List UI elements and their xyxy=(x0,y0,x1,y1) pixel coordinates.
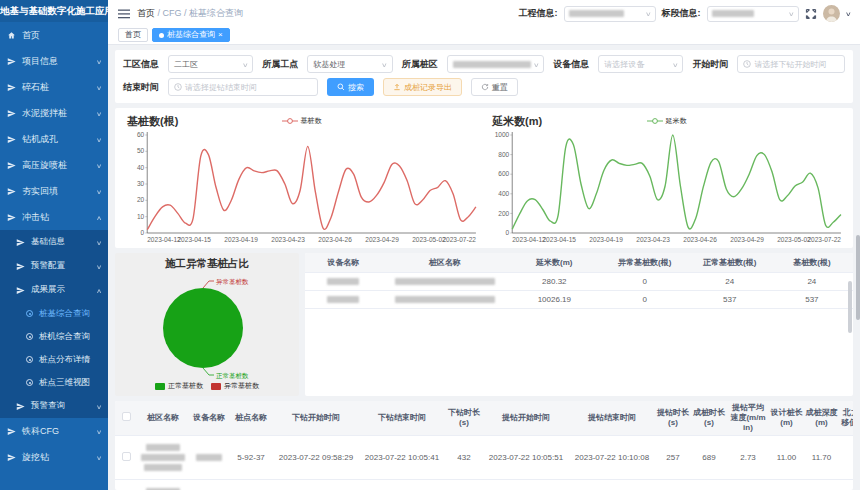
pie-label-normal: 正常基桩数 xyxy=(216,372,249,379)
sidebar-item-label: 预警查询 xyxy=(31,400,65,412)
breadcrumb-cfg[interactable]: CFG xyxy=(163,8,182,18)
svg-text:0: 0 xyxy=(506,229,510,236)
sidebar-item-label: 夯实回填 xyxy=(22,185,58,198)
select-all-checkbox[interactable] xyxy=(122,412,131,421)
device-placeholder: 请选择设备 xyxy=(604,59,644,70)
svg-text:0: 0 xyxy=(141,229,145,236)
sidebar-item-basic-info[interactable]: 基础信息 ∨ xyxy=(0,230,108,254)
detail-row: 5-92-37 2023-07-22 09:58:29 2023-07-22 1… xyxy=(115,436,853,480)
cell-pile-duration: 4801 xyxy=(691,480,727,490)
sidebar-item-compaction-backfill[interactable]: 夯实回填 ∨ xyxy=(0,178,108,204)
redacted-text xyxy=(395,278,495,285)
filter-panel: 工区信息 二工区 ∨ 所属工点 软基处理 ∨ 所属桩区 ∨ 设备信息 请选择设备 xyxy=(115,50,853,103)
tab-label: 首页 xyxy=(125,29,141,41)
sidebar-item-cement-mixing-pile[interactable]: 水泥搅拌桩 ∨ xyxy=(0,100,108,126)
tab-dot-icon xyxy=(159,33,164,38)
svg-text:60: 60 xyxy=(137,131,145,138)
svg-text:2023-05-02: 2023-05-02 xyxy=(412,236,446,243)
sidebar-item-gravel-pile[interactable]: 碎石桩 ∨ xyxy=(0,74,108,100)
cell-pile-depth: 11.70 xyxy=(804,436,839,480)
cell-drill-duration: 432 xyxy=(445,436,483,480)
col-drill-start: 下钻开始时间 xyxy=(273,401,359,436)
legend-item-normal[interactable]: 正常基桩数 xyxy=(155,381,203,391)
sidebar-item-label: 钻机成孔 xyxy=(22,133,58,146)
sidebar-item-rotary-drill[interactable]: 旋挖钻 ∨ xyxy=(0,444,108,470)
cell-lift-start: 2023-07-22 09:55:24 xyxy=(483,480,569,490)
sidebar-item-home[interactable]: 首页 xyxy=(0,22,108,48)
sidebar-item-alert-config[interactable]: 预警配置 ∨ xyxy=(0,254,108,278)
svg-text:1000: 1000 xyxy=(495,131,510,138)
row-checkbox[interactable] xyxy=(122,452,131,461)
summary-scrollbar[interactable] xyxy=(848,281,852,333)
sidebar-item-label: 首页 xyxy=(22,29,40,42)
start-time-input[interactable]: 请选择下钻开始时间 xyxy=(737,55,845,73)
cell-lift-end: 2023-07-22 10:10:08 xyxy=(569,436,655,480)
end-time-input[interactable]: 请选择提钻结束时间 xyxy=(168,78,318,96)
chevron-up-icon: ∧ xyxy=(96,287,102,294)
pie-callout-line-normal xyxy=(203,368,214,375)
cell-drill-duration: 2542 xyxy=(445,480,483,490)
sidebar-item-point-distribution[interactable]: 桩点分布详情 xyxy=(0,348,108,371)
cell-drill-end: 2023-07-22 09:55:04 xyxy=(359,480,445,490)
chevron-down-icon[interactable]: ∨ xyxy=(844,10,851,17)
legend-label: 异常基桩数 xyxy=(224,381,259,391)
chevron-down-icon: ∨ xyxy=(96,428,102,435)
menu-fold-icon[interactable] xyxy=(118,9,130,19)
sidebar-item-tieke-cfg[interactable]: 铁科CFG ∨ xyxy=(0,418,108,444)
workzone-select[interactable]: 二工区 ∨ xyxy=(168,55,253,73)
sidebar-item-pile-query[interactable]: 桩基综合查询 xyxy=(0,302,108,325)
sidebar-item-jet-grouting-pile[interactable]: 高压旋喷桩 ∨ xyxy=(0,152,108,178)
cell-lift-speed: 2.73 xyxy=(727,436,769,480)
legend-item-abnormal[interactable]: 异常基桩数 xyxy=(211,381,259,391)
refresh-icon xyxy=(481,83,489,91)
sidebar-item-rig-query[interactable]: 桩机综合查询 xyxy=(0,325,108,348)
detail-header-row: 桩区名称 设备名称 桩点名称 下钻开始时间 下钻结束时间 下钻时长 (s) 提钻… xyxy=(115,401,853,436)
sidebar-item-project-info[interactable]: 项目信息 ∨ xyxy=(0,48,108,74)
search-button[interactable]: 搜索 xyxy=(327,78,374,96)
breadcrumb-home[interactable]: 首页 xyxy=(137,8,155,18)
chart-legend-item[interactable]: 基桩数 xyxy=(282,116,322,126)
cell-design-length: 11.00 xyxy=(769,436,804,480)
fullscreen-icon[interactable] xyxy=(805,8,817,20)
legend-swatch-icon xyxy=(211,383,221,390)
export-button-label: 成桩记录导出 xyxy=(404,82,452,93)
summary-table: 设备名称 桩区名称 延米数(m) 异常基桩数(根) 正常基桩数(根) 基桩数(根… xyxy=(305,253,853,309)
extension-meters-chart: 延米数(m) 延米数 020040060080010002023-04-1220… xyxy=(484,111,849,245)
reset-button[interactable]: 重置 xyxy=(471,78,518,96)
page-content: 工区信息 二工区 ∨ 所属工点 软基处理 ∨ 所属桩区 ∨ 设备信息 请选择设备 xyxy=(108,45,860,490)
send-icon xyxy=(7,453,16,462)
col-north-offset: 北方向偏 移值(mm) xyxy=(839,401,853,436)
user-avatar[interactable] xyxy=(823,5,840,22)
sidebar-item-result-display[interactable]: 成果展示 ∧ xyxy=(0,278,108,302)
legend-label: 正常基桩数 xyxy=(168,381,203,391)
tab-home[interactable]: 首页 xyxy=(118,28,148,42)
legend-label: 基桩数 xyxy=(301,116,322,126)
legend-marker-icon xyxy=(647,117,663,125)
chart-legend-item[interactable]: 延米数 xyxy=(647,116,687,126)
col-device-name: 设备名称 xyxy=(305,253,382,273)
sidebar-item-alert-query[interactable]: 预警查询 ∨ xyxy=(0,394,108,418)
close-icon[interactable]: × xyxy=(218,29,223,41)
redacted-text xyxy=(327,296,359,303)
cell-normal: 24 xyxy=(689,273,771,291)
project-info-select[interactable]: ∨ xyxy=(564,6,656,22)
cell-point-name: 5-92-34 xyxy=(229,480,273,490)
device-select[interactable]: 请选择设备 ∨ xyxy=(598,55,683,73)
sidebar-item-drill-hole[interactable]: 钻机成孔 ∨ xyxy=(0,126,108,152)
export-button[interactable]: 成桩记录导出 xyxy=(383,78,462,96)
page-scrollbar[interactable] xyxy=(856,235,860,320)
cell-design-length: 11.00 xyxy=(769,480,804,490)
tab-pile-query[interactable]: 桩基综合查询 × xyxy=(152,28,230,42)
sidebar-item-impact-drill[interactable]: 冲击钻 ∧ xyxy=(0,204,108,230)
pilezone-select[interactable]: ∨ xyxy=(447,55,544,73)
pile-count-chart: 基桩数(根) 基桩数 01020304050602023-04-122023-0… xyxy=(119,111,484,245)
sidebar-item-point-3d[interactable]: 桩点三维视图 xyxy=(0,371,108,394)
worksite-label: 所属工点 xyxy=(262,58,298,71)
radio-dot-icon xyxy=(26,356,33,363)
send-icon xyxy=(16,286,25,295)
send-icon xyxy=(7,109,16,118)
section-info-select[interactable]: ∨ xyxy=(707,6,799,22)
breadcrumb-current: 桩基综合查询 xyxy=(189,8,243,18)
redacted-text xyxy=(327,278,359,285)
worksite-select[interactable]: 软基处理 ∨ xyxy=(307,55,392,73)
